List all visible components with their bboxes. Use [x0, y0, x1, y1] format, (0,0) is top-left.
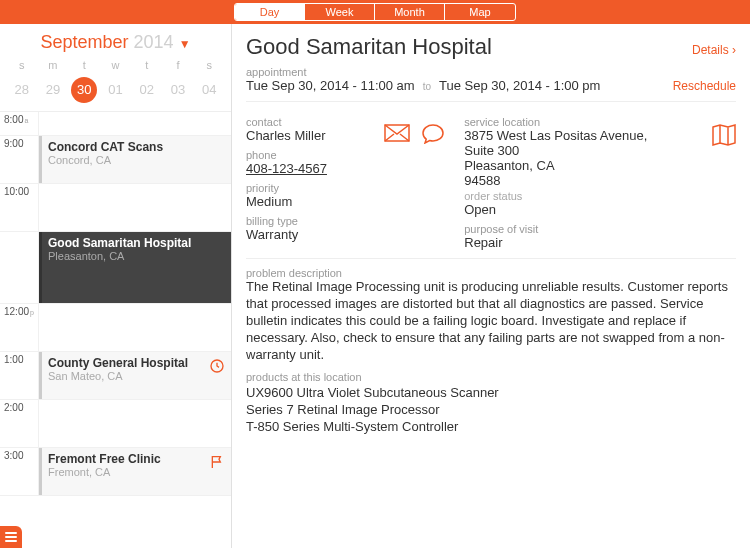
event-fremont[interactable]: Fremont Free Clinic Fremont, CA — [39, 448, 231, 495]
order-status-value: Open — [464, 202, 736, 217]
view-segmented-control[interactable]: Day Week Month Map — [234, 3, 516, 21]
tab-map[interactable]: Map — [445, 4, 515, 20]
priority-label: priority — [246, 182, 444, 194]
flag-icon — [209, 454, 225, 470]
product-item: T-850 Series Multi-System Controller — [246, 419, 736, 434]
date-cell[interactable]: 29 — [37, 77, 68, 103]
address-line: 3875 West Las Positas Avenue, — [464, 128, 736, 143]
calendar-year: 2014 — [134, 32, 174, 52]
time-label: 9:00 — [4, 138, 23, 149]
calendar-title[interactable]: September 2014 ▼ — [40, 32, 190, 52]
problem-label: problem description — [246, 267, 736, 279]
timeline[interactable]: 8:00a 9:00 Concord CAT Scans Concord, CA… — [0, 112, 231, 548]
priority-value: Medium — [246, 194, 444, 209]
order-status-label: order status — [464, 190, 736, 202]
product-item: Series 7 Retinal Image Processor — [246, 402, 736, 417]
address-line: Suite 300 — [464, 143, 736, 158]
email-icon[interactable] — [384, 124, 410, 144]
problem-text: The Retinal Image Processing unit is pro… — [246, 279, 736, 363]
purpose-value: Repair — [464, 235, 736, 250]
appt-end: Tue Sep 30, 2014 - 1:00 pm — [439, 78, 600, 93]
date-cell[interactable]: 02 — [131, 77, 162, 103]
phone-value[interactable]: 408-123-4567 — [246, 161, 444, 176]
time-label: 1:00 — [4, 354, 23, 365]
time-label: 8:00 — [4, 114, 23, 125]
time-label: 12:00 — [4, 306, 29, 317]
date-cell[interactable]: 01 — [100, 77, 131, 103]
menu-handle[interactable] — [0, 526, 22, 548]
date-row: 28 29 30 01 02 03 04 — [0, 73, 231, 112]
event-good-samaritan[interactable]: Good Samaritan Hospital Pleasanton, CA — [39, 232, 231, 303]
time-label: 2:00 — [4, 402, 23, 413]
chat-icon[interactable] — [422, 124, 444, 144]
date-cell[interactable]: 04 — [194, 77, 225, 103]
chevron-down-icon: ▼ — [179, 37, 191, 51]
tab-week[interactable]: Week — [305, 4, 375, 20]
reschedule-link[interactable]: Reschedule — [673, 79, 736, 93]
appt-start: Tue Sep 30, 2014 - 11:00 am — [246, 78, 415, 93]
date-cell[interactable]: 03 — [162, 77, 193, 103]
details-link[interactable]: Details — [692, 43, 736, 57]
service-loc-label: service location — [464, 116, 736, 128]
products-label: products at this location — [246, 371, 736, 383]
purpose-label: purpose of visit — [464, 223, 736, 235]
event-concord[interactable]: Concord CAT Scans Concord, CA — [39, 136, 231, 183]
date-cell-selected[interactable]: 30 — [69, 77, 100, 103]
time-label: 3:00 — [4, 450, 23, 461]
clock-icon — [209, 358, 225, 374]
products-list: UX9600 Ultra Violet Subcutaneous Scanner… — [246, 385, 736, 434]
calendar-month: September — [40, 32, 128, 52]
tab-month[interactable]: Month — [375, 4, 445, 20]
time-label: 10:00 — [4, 186, 29, 197]
product-item: UX9600 Ultra Violet Subcutaneous Scanner — [246, 385, 736, 400]
address-line: Pleasanton, CA — [464, 158, 736, 173]
day-of-week-row: s m t w t f s — [0, 57, 231, 73]
appt-to: to — [423, 81, 431, 92]
tab-day[interactable]: Day — [235, 4, 305, 20]
phone-label: phone — [246, 149, 444, 161]
map-icon[interactable] — [712, 124, 736, 146]
billing-value: Warranty — [246, 227, 444, 242]
detail-title: Good Samaritan Hospital — [246, 34, 492, 60]
date-cell[interactable]: 28 — [6, 77, 37, 103]
event-county-general[interactable]: County General Hospital San Mateo, CA — [39, 352, 231, 399]
appointment-label: appointment — [246, 66, 736, 78]
billing-label: billing type — [246, 215, 444, 227]
address-line: 94588 — [464, 173, 736, 188]
